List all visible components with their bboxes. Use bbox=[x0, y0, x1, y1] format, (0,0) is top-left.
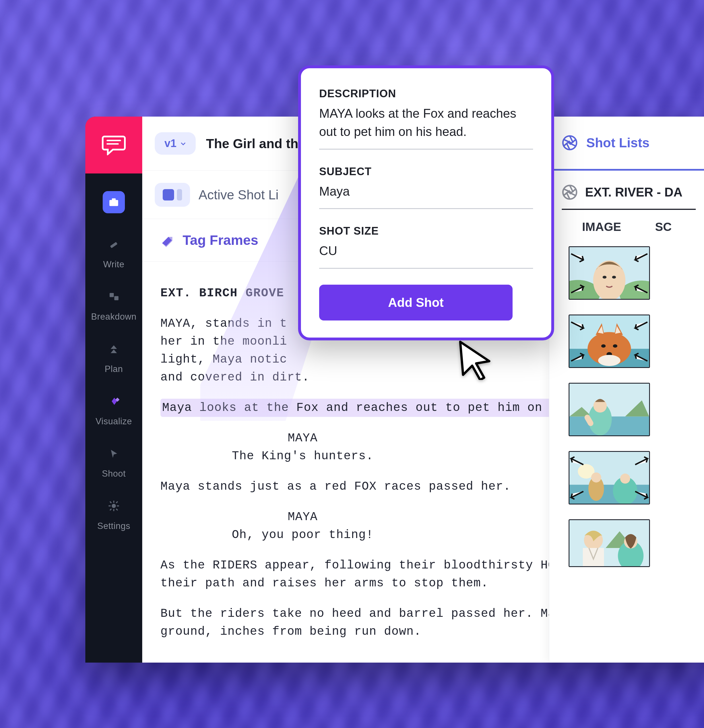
storyboard-thumbnail[interactable] bbox=[569, 246, 650, 300]
svg-point-41 bbox=[598, 355, 620, 366]
svg-rect-19 bbox=[116, 501, 118, 503]
shot-lists-title: Shot Lists bbox=[586, 135, 649, 150]
chevron-down-icon bbox=[180, 142, 186, 146]
view-toggle[interactable] bbox=[155, 183, 190, 207]
dialogue-2: Oh, you poor thing! bbox=[160, 526, 445, 544]
svg-rect-4 bbox=[110, 242, 117, 248]
modal-description-field[interactable]: MAYA looks at the Fox and reaches out to… bbox=[319, 104, 533, 150]
gear-icon bbox=[107, 500, 120, 512]
svg-rect-16 bbox=[117, 506, 119, 507]
svg-point-30 bbox=[612, 276, 616, 279]
svg-point-12 bbox=[112, 504, 116, 508]
sidebar-label-shoot: Shoot bbox=[102, 469, 126, 479]
sidebar-item-shoot[interactable]: Shoot bbox=[85, 429, 142, 482]
modal-label-subject: SUBJECT bbox=[319, 166, 533, 178]
shot-lists-panel: Shot Lists EXT. RIVER - DA IMAGE SC bbox=[549, 117, 704, 663]
modal-shotsize-field[interactable]: CU bbox=[319, 242, 533, 269]
speech-bubble-icon bbox=[101, 135, 127, 155]
svg-rect-50 bbox=[570, 485, 649, 504]
shapes-icon bbox=[107, 290, 120, 303]
svg-point-28 bbox=[593, 260, 626, 299]
briefcase-icon bbox=[107, 196, 120, 209]
tag-frames-label: Tag Frames bbox=[183, 233, 258, 248]
sidebar-label-plan: Plan bbox=[105, 364, 123, 374]
document-title: The Girl and th bbox=[206, 136, 298, 151]
storyboard-thumbnail[interactable] bbox=[569, 383, 650, 436]
storyboard-thumbnail[interactable] bbox=[569, 451, 650, 504]
shot-lists-tab[interactable]: Shot Lists bbox=[549, 117, 704, 170]
add-shot-modal: DESCRIPTION MAYA looks at the Fox and re… bbox=[298, 65, 554, 340]
column-image: IMAGE bbox=[562, 220, 642, 234]
svg-rect-13 bbox=[113, 501, 114, 503]
diamonds-icon bbox=[106, 395, 121, 407]
sidebar-item-project[interactable] bbox=[85, 173, 142, 220]
svg-rect-3 bbox=[112, 198, 116, 201]
svg-rect-2 bbox=[110, 200, 119, 206]
storyboard-thumbnail[interactable] bbox=[569, 315, 650, 368]
version-selector[interactable]: v1 bbox=[155, 132, 196, 155]
view-toggle-left bbox=[163, 189, 174, 201]
sidebar-label-settings: Settings bbox=[97, 521, 130, 531]
character-cue-1: MAYA bbox=[160, 429, 445, 447]
svg-rect-5 bbox=[110, 293, 114, 297]
aperture-icon bbox=[562, 184, 578, 200]
shot-list-scene-slug: EXT. RIVER - DA bbox=[585, 185, 682, 199]
modal-subject-field[interactable]: Maya bbox=[319, 182, 533, 209]
app-logo[interactable] bbox=[85, 117, 142, 173]
svg-point-55 bbox=[620, 474, 630, 484]
modal-label-shotsize: SHOT SIZE bbox=[319, 225, 533, 237]
dialogue-1: The King's hunters. bbox=[160, 447, 445, 465]
svg-marker-9 bbox=[112, 397, 117, 405]
character-cue-2: MAYA bbox=[160, 508, 445, 526]
svg-rect-6 bbox=[114, 296, 119, 300]
svg-point-53 bbox=[591, 472, 601, 482]
svg-rect-59 bbox=[583, 548, 604, 567]
cursor-icon bbox=[108, 448, 120, 459]
svg-point-29 bbox=[603, 276, 606, 279]
add-shot-button[interactable]: Add Shot bbox=[319, 285, 513, 321]
svg-rect-20 bbox=[110, 508, 112, 511]
shot-list-scene-header: EXT. RIVER - DA bbox=[549, 170, 704, 204]
triangles-icon bbox=[107, 343, 120, 355]
svg-point-39 bbox=[613, 344, 617, 348]
svg-rect-18 bbox=[116, 508, 118, 511]
svg-rect-14 bbox=[113, 509, 114, 511]
divider bbox=[562, 209, 696, 210]
svg-rect-15 bbox=[108, 506, 111, 507]
sidebar-item-plan[interactable]: Plan bbox=[85, 325, 142, 377]
shot-list-columns: IMAGE SC bbox=[549, 220, 704, 234]
storyboard-thumbnail[interactable] bbox=[569, 519, 650, 567]
svg-rect-17 bbox=[110, 501, 112, 503]
version-label: v1 bbox=[165, 137, 176, 150]
column-scene: SC bbox=[655, 220, 672, 234]
svg-marker-7 bbox=[111, 345, 117, 349]
svg-marker-8 bbox=[111, 350, 117, 353]
pencil-icon bbox=[107, 238, 120, 251]
sidebar-item-write[interactable]: Write bbox=[85, 220, 142, 272]
active-shot-list-label: Active Shot Li bbox=[198, 187, 279, 202]
sidebar-item-settings[interactable]: Settings bbox=[85, 482, 142, 534]
sidebar-label-visualize: Visualize bbox=[95, 416, 132, 426]
sidebar-item-visualize[interactable]: Visualize bbox=[85, 377, 142, 429]
svg-marker-11 bbox=[111, 450, 117, 458]
tag-icon bbox=[160, 234, 174, 247]
sidebar-label-breakdown: Breakdown bbox=[91, 312, 137, 322]
svg-point-38 bbox=[601, 344, 606, 348]
aperture-icon bbox=[562, 135, 578, 151]
sidebar-item-breakdown[interactable]: Breakdown bbox=[85, 272, 142, 325]
thumbnail-list bbox=[549, 246, 704, 567]
sidebar-label-write: Write bbox=[103, 259, 124, 270]
view-toggle-right bbox=[177, 189, 182, 201]
sidebar: Write Breakdown Plan bbox=[85, 117, 142, 663]
modal-label-description: DESCRIPTION bbox=[319, 88, 533, 100]
